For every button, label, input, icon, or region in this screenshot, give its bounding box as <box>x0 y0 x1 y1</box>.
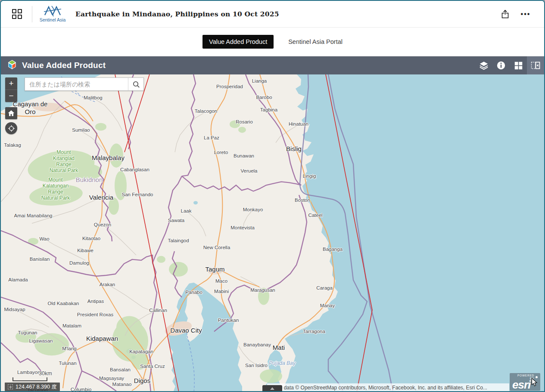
collapse-panel-icon[interactable] <box>527 56 544 74</box>
basemap-svg <box>1 74 544 391</box>
forest-areas <box>16 120 282 383</box>
more-options-icon[interactable]: ••• <box>520 9 531 20</box>
zoom-in-button[interactable]: + <box>5 77 17 90</box>
scale-bar <box>12 377 47 381</box>
tab-value-added-product[interactable]: Value Added Product <box>202 35 274 49</box>
sentinel-asia-logo-text: Sentinel Asia <box>40 17 66 22</box>
page-title: Earthquake in Mindanao, Philippines on 1… <box>75 10 279 18</box>
search-icon[interactable] <box>128 78 143 90</box>
up-arrow-icon <box>270 387 274 390</box>
grid-cell <box>12 9 16 13</box>
app-launcher-grid-icon[interactable] <box>12 9 22 19</box>
top-header: Sentinel Asia Earthquake in Mindanao, Ph… <box>1 1 544 28</box>
minor-roads <box>1 98 314 365</box>
water-polygons <box>1 74 544 391</box>
zoom-control: + − <box>5 77 17 102</box>
grid-cell <box>18 9 22 13</box>
portal-tab-bar: Value Added Product Sentinel Asia Portal <box>1 28 544 56</box>
tab-sentinel-asia-portal[interactable]: Sentinel Asia Portal <box>288 38 343 45</box>
locate-icon <box>8 125 15 132</box>
layers-icon[interactable] <box>475 56 492 74</box>
attribution-toggle[interactable] <box>262 385 282 391</box>
share-icon[interactable] <box>499 9 511 20</box>
app-window: Sentinel Asia Earthquake in Mindanao, Ph… <box>0 0 545 392</box>
home-icon <box>8 110 15 117</box>
vap-cube-logo-icon <box>6 60 18 71</box>
coordinate-widget[interactable]: 124.467 8.390 度 <box>5 383 60 391</box>
mouse-cursor <box>531 378 538 386</box>
coordinate-crosshair-icon <box>8 384 13 389</box>
zoom-out-button[interactable]: − <box>5 90 17 102</box>
attribution-text: Map data © OpenStreetMap contributors, M… <box>267 385 487 391</box>
grid-cell <box>18 15 22 19</box>
grid-cell <box>12 15 16 19</box>
home-button[interactable] <box>5 107 17 119</box>
search-input[interactable] <box>25 78 128 90</box>
locate-button[interactable] <box>5 122 17 134</box>
scale-label: 30km <box>39 370 52 377</box>
info-icon[interactable] <box>492 56 510 74</box>
coordinate-value: 124.467 8.390 度 <box>16 383 57 391</box>
sentinel-asia-mark <box>43 6 62 17</box>
toolbar-title: Value Added Product <box>22 61 106 70</box>
attribution-bar: Map data © OpenStreetMap contributors, M… <box>267 383 509 391</box>
map-search-box <box>25 77 144 91</box>
map-canvas[interactable]: Cagayan deOroMalitbogSumilaoTalakagMalay… <box>1 74 544 391</box>
header-divider <box>32 6 32 22</box>
sentinel-asia-logo[interactable]: Sentinel Asia <box>39 6 66 22</box>
map-toolbar: Value Added Product <box>1 56 544 74</box>
grid-view-icon[interactable] <box>510 56 527 74</box>
